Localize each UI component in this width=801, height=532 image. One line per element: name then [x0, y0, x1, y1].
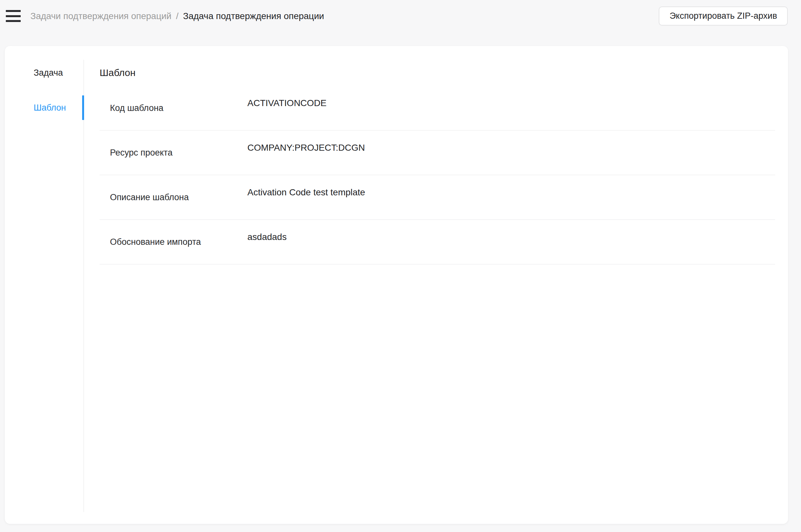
- sidebar-tab-label: Задача: [34, 68, 63, 78]
- breadcrumb-separator: /: [176, 11, 178, 21]
- sidebar: ЗадачаШаблон: [5, 46, 84, 524]
- topbar: Задачи подтверждения операций / Задача п…: [0, 0, 801, 32]
- field-row: Код шаблонаACTIVATIONCODE: [100, 86, 775, 131]
- task-detail-card: ЗадачаШаблон Шаблон Код шаблонаACTIVATIO…: [5, 46, 788, 524]
- hamburger-bar: [6, 10, 21, 12]
- sidebar-tab-label: Шаблон: [34, 103, 66, 113]
- field-value: COMPANY:PROJECT:DCGN: [247, 142, 775, 153]
- field-label: Ресурс проекта: [100, 148, 247, 158]
- field-row: Ресурс проектаCOMPANY:PROJECT:DCGN: [100, 131, 775, 175]
- breadcrumb-parent-link[interactable]: Задачи подтверждения операций: [31, 11, 171, 21]
- hamburger-bar: [6, 15, 21, 17]
- tab-nav: ЗадачаШаблон: [5, 60, 84, 512]
- field-row: Обоснование импортаasdadads: [100, 220, 775, 265]
- breadcrumb-current: Задача подтверждения операции: [183, 11, 324, 21]
- breadcrumb: Задачи подтверждения операций / Задача п…: [31, 11, 324, 21]
- field-label: Обоснование импорта: [100, 237, 247, 247]
- field-label: Описание шаблона: [100, 192, 247, 203]
- template-section: Шаблон Код шаблонаACTIVATIONCODEРесурс п…: [84, 46, 788, 524]
- active-tab-indicator: [82, 95, 84, 120]
- fields-list: Код шаблонаACTIVATIONCODEРесурс проектаC…: [100, 86, 775, 265]
- sidebar-tab-1[interactable]: Задача: [5, 60, 83, 85]
- hamburger-bar: [6, 20, 21, 22]
- field-value: Activation Code test template: [247, 187, 775, 197]
- field-value: asdadads: [247, 232, 775, 242]
- export-zip-button[interactable]: Экспортировать ZIP-архив: [659, 6, 788, 25]
- field-row: Описание шаблонаActivation Code test tem…: [100, 175, 775, 220]
- field-label: Код шаблона: [100, 103, 247, 113]
- field-value: ACTIVATIONCODE: [247, 98, 775, 108]
- sidebar-tab-2[interactable]: Шаблон: [5, 95, 83, 120]
- section-title: Шаблон: [100, 66, 775, 79]
- hamburger-menu-icon[interactable]: [6, 10, 21, 22]
